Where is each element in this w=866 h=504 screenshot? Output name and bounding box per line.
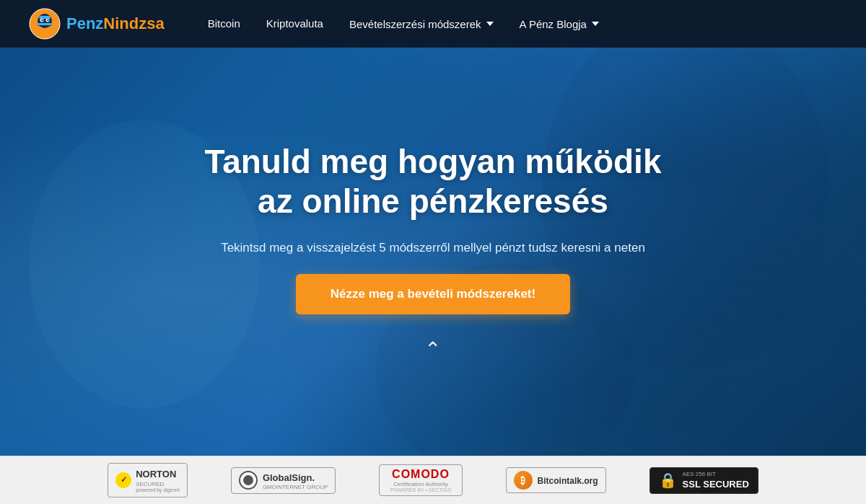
nav-link-blogja[interactable]: A Pénz Blogja: [520, 18, 599, 30]
scroll-up-icon[interactable]: ⌃: [424, 337, 441, 361]
hero-content: Tanuld meg hogyan működik az online pénz…: [205, 142, 662, 362]
hero-subtitle: Tekintsd meg a visszajelzést 5 módszerrő…: [221, 239, 645, 257]
ssl-badge: 🔒 AES 256 BIT SSL SECURED: [650, 467, 758, 494]
globalsign-badge: GlobalSign. GMOINTERNET GROUP: [231, 467, 336, 494]
globalsign-icon: [239, 471, 258, 490]
bitcoin-icon: ₿: [514, 471, 533, 490]
svg-rect-3: [37, 23, 53, 25]
logo-icon: [29, 8, 61, 40]
ssl-text: AES 256 BIT SSL SECURED: [683, 471, 749, 490]
norton-check-icon: ✓: [115, 472, 131, 488]
norton-badge: ✓ NORTON SECURED powered by digicert: [108, 463, 188, 497]
hero-title: Tanuld meg hogyan működik az online pénz…: [205, 142, 662, 221]
svg-point-6: [41, 19, 43, 21]
nav-item-kriptovaluta[interactable]: Kriptovaluta: [266, 17, 323, 30]
lock-icon: 🔒: [659, 472, 677, 489]
nav-link-bevételszerzési[interactable]: Bevételszerzési módszerek: [349, 18, 494, 30]
nav-item-bevételszerzési[interactable]: Bevételszerzési módszerek: [349, 18, 494, 30]
hero-section: Tanuld meg hogyan működik az online pénz…: [0, 48, 866, 456]
comodo-badge: COMODO Certification Authority POWERED B…: [379, 464, 462, 496]
svg-rect-8: [39, 16, 51, 19]
nav-item-bitcoin[interactable]: Bitcoin: [208, 17, 240, 30]
bitcointalk-text: Bitcointalk.org: [538, 474, 598, 487]
bitcointalk-badge: ₿ Bitcointalk.org: [506, 467, 606, 493]
nav-links: Bitcoin Kriptovaluta Bevételszerzési mód…: [208, 17, 599, 30]
trust-bar: ✓ NORTON SECURED powered by digicert Glo…: [0, 456, 866, 504]
nav-link-bitcoin[interactable]: Bitcoin: [208, 17, 240, 30]
cta-button[interactable]: Nézze meg a bevételi módszereket!: [296, 274, 570, 314]
nav-item-blogja[interactable]: A Pénz Blogja: [520, 18, 599, 30]
svg-point-7: [47, 19, 48, 21]
nav-link-kriptovaluta[interactable]: Kriptovaluta: [266, 17, 323, 30]
logo[interactable]: PenzNindzsa: [29, 8, 165, 40]
logo-text: PenzNindzsa: [66, 14, 165, 33]
globalsign-text: GlobalSign. GMOINTERNET GROUP: [263, 471, 328, 490]
navbar: PenzNindzsa Bitcoin Kriptovaluta Bevétel…: [0, 0, 866, 48]
norton-text: NORTON SECURED powered by digicert: [136, 467, 180, 493]
chevron-down-icon-2: [592, 22, 599, 26]
chevron-down-icon: [486, 22, 494, 26]
